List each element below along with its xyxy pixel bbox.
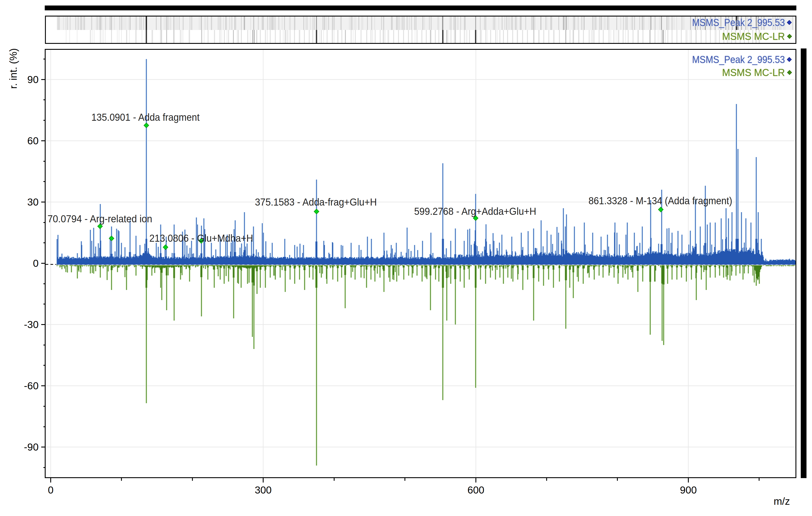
svg-text:-60: -60: [24, 380, 38, 392]
svg-text:300: 300: [255, 484, 272, 496]
svg-text:MSMS_Peak 2_995.53: MSMS_Peak 2_995.53: [692, 54, 785, 65]
svg-text:861.3328 - M-134 (Adda fragmen: 861.3328 - M-134 (Adda fragment): [588, 195, 732, 207]
svg-text:375.1583 - Adda-frag+Glu+H: 375.1583 - Adda-frag+Glu+H: [255, 196, 377, 208]
svg-text:r. int. (%): r. int. (%): [7, 48, 19, 89]
svg-text:90: 90: [27, 74, 38, 85]
svg-text:900: 900: [680, 484, 697, 496]
svg-text:135.0901 - Adda fragment: 135.0901 - Adda fragment: [91, 112, 200, 123]
svg-text:599.2768 - Arg+Adda+Glu+H: 599.2768 - Arg+Adda+Glu+H: [414, 206, 536, 217]
svg-text:MSMS MC-LR: MSMS MC-LR: [722, 67, 785, 78]
svg-text:MSMS MC-LR: MSMS MC-LR: [722, 31, 785, 42]
svg-text:213.0806 - Glu+Mdha+H: 213.0806 - Glu+Mdha+H: [149, 233, 253, 244]
svg-text:60: 60: [27, 135, 38, 147]
svg-text:0: 0: [33, 257, 38, 269]
svg-text:0: 0: [48, 484, 54, 496]
svg-text:600: 600: [467, 484, 485, 496]
svg-text:m/z: m/z: [774, 495, 790, 507]
svg-text:70.0794 - Arg-related ion: 70.0794 - Arg-related ion: [48, 213, 152, 224]
svg-text:-30: -30: [24, 319, 38, 330]
svg-text:MSMS_Peak 2_995.53: MSMS_Peak 2_995.53: [692, 17, 785, 28]
svg-text:-90: -90: [24, 441, 38, 453]
svg-text:30: 30: [27, 196, 38, 208]
